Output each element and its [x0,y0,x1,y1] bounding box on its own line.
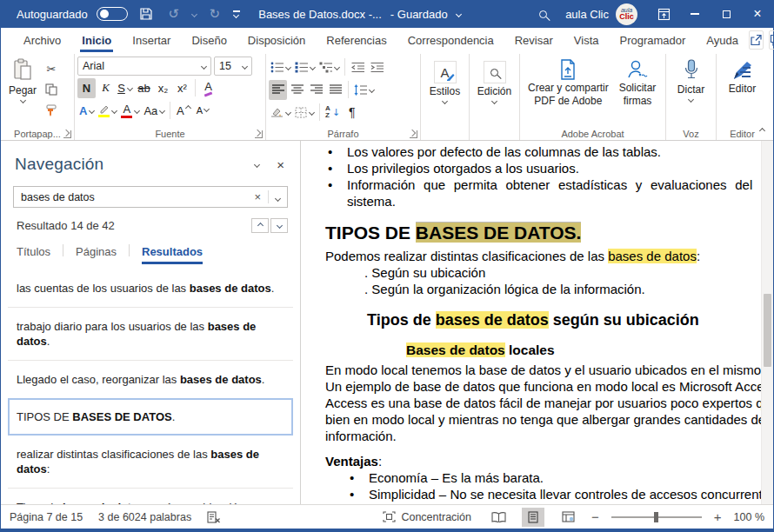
scrollbar-thumb[interactable] [764,294,771,367]
editing-button[interactable]: Edición [472,56,517,126]
tab-ayuda[interactable]: Ayuda [696,28,749,52]
dictate-button[interactable]: Dictar [669,56,713,126]
tab-insertar[interactable]: Insertar [122,28,181,52]
tab-correspondencia[interactable]: Correspondencia [397,28,504,52]
increase-indent-button[interactable] [368,57,386,77]
shading-button[interactable] [269,103,292,123]
bold-button[interactable]: N [77,78,96,98]
zoom-slider-thumb[interactable] [654,512,658,522]
search-result-item[interactable]: las cuentas de los usuarios de las bases… [8,269,293,307]
superscript-button[interactable]: x² [173,78,191,98]
justify-button[interactable] [326,80,344,100]
highlight-color-button[interactable] [97,101,118,121]
grow-font-button[interactable]: A [174,101,192,121]
clear-formatting-button[interactable]: A [199,78,217,98]
font-dialog-launcher[interactable] [255,130,263,138]
nav-tab-resultados[interactable]: Resultados [142,242,203,264]
close-button[interactable]: × [742,0,773,28]
web-layout-button[interactable] [557,508,579,527]
nav-tab-títulos[interactable]: Títulos [17,242,50,264]
pane-options-icon[interactable] [254,161,260,167]
focus-mode-button[interactable]: Concentración [383,511,471,523]
zoom-level[interactable]: 100 % [734,511,764,523]
font-name-combo[interactable]: Arial [77,57,211,76]
tab-diseño[interactable]: Diseño [181,28,237,52]
zoom-slider[interactable] [611,516,702,518]
share-button[interactable] [749,30,764,50]
pane-close-icon[interactable]: × [277,157,284,172]
zoom-out-button[interactable]: − [591,509,599,524]
search-result-item[interactable]: trabajo diario para los usuarios de las … [8,307,293,360]
avatar[interactable]: aula Clic [616,3,637,25]
paste-dropdown-icon[interactable] [19,97,25,103]
paragraph-dialog-launcher[interactable] [410,130,417,138]
next-result-button[interactable] [270,218,288,233]
zoom-in-button[interactable]: + [714,509,722,524]
nav-tab-páginas[interactable]: Páginas [76,242,117,264]
navigation-search-box[interactable]: bases de datos × [13,186,288,208]
align-center-button[interactable] [288,80,306,100]
tab-disposición[interactable]: Disposición [237,28,316,52]
ribbon-display-options-icon[interactable] [648,0,679,28]
saved-status[interactable]: - Guardado [390,8,448,21]
numbered-list-button[interactable] [293,57,317,77]
vertical-scrollbar[interactable] [761,141,773,504]
undo-icon[interactable]: ↺ [164,4,183,23]
read-mode-button[interactable] [487,508,510,527]
search-result-item[interactable]: Llegado el caso, reorganizar las bases d… [8,360,293,398]
font-size-combo[interactable]: 15 [214,57,252,76]
previous-result-button[interactable] [251,218,269,233]
minimize-button[interactable] [679,0,711,28]
decrease-indent-button[interactable] [349,57,367,77]
request-signatures-button[interactable]: Solicitar firmas [614,56,662,126]
comments-button[interactable] [769,30,774,50]
word-count-status[interactable]: 3 de 6024 palabras [98,511,191,523]
maximize-button[interactable] [711,0,742,28]
shrink-font-button[interactable]: A [193,101,211,121]
tab-referencias[interactable]: Referencias [316,28,397,52]
editor-button[interactable]: Editor [719,56,765,126]
tab-archivo[interactable]: Archivo [13,28,71,52]
show-paragraph-marks-button[interactable]: ¶ [343,103,361,123]
align-right-button[interactable] [307,80,325,100]
quick-access-toolbar-menu-icon[interactable] [233,10,240,17]
tab-vista[interactable]: Vista [564,28,610,52]
title-dropdown-icon[interactable] [456,10,462,17]
tab-inicio[interactable]: Inicio [71,28,122,52]
create-pdf-button[interactable]: Crear y compartir PDF de Adobe [523,56,614,126]
line-spacing-button[interactable] [352,80,376,100]
styles-button[interactable]: A Estilos [424,56,466,126]
tab-revisar[interactable]: Revisar [504,28,564,52]
cut-icon[interactable]: ✂ [42,59,61,78]
font-color-button[interactable]: A [119,101,141,121]
page-number-status[interactable]: Página 7 de 15 [10,511,83,523]
strikethrough-button[interactable]: ab [135,78,153,98]
align-left-button[interactable] [269,80,287,100]
sort-button[interactable]: AZ ↓ [324,103,342,123]
search-result-item-selected[interactable]: TIPOS DE BASES DE DATOS. [8,398,293,436]
paste-button[interactable]: Pegar [3,56,42,120]
document-area[interactable]: Los valores por defecto de las columnas … [301,141,773,504]
print-layout-button[interactable] [522,508,544,527]
multilevel-list-button[interactable] [317,57,341,77]
tab-programador[interactable]: Programador [609,28,696,52]
italic-button[interactable]: K [97,78,115,98]
clipboard-dialog-launcher[interactable] [63,130,71,138]
user-name[interactable]: aula Clic [565,8,609,21]
autosave-toggle[interactable] [97,7,128,21]
format-painter-icon[interactable] [42,101,61,120]
text-effects-button[interactable]: A [77,101,96,121]
borders-button[interactable] [293,103,316,123]
search-icon[interactable] [539,10,547,18]
redo-icon[interactable]: ↻ [205,4,224,23]
bullet-list-button[interactable] [269,57,292,77]
subscript-button[interactable]: x₂ [154,78,172,98]
search-options-icon[interactable] [269,191,287,203]
search-result-item[interactable]: Tipos de bases de datos según su ubicaci… [8,488,293,504]
save-icon[interactable] [137,4,156,23]
proofing-status-icon[interactable] [207,511,221,523]
change-case-button[interactable]: Aa [142,101,166,121]
search-result-item[interactable]: realizar distintas clasificaciones de la… [8,436,293,488]
copy-icon[interactable] [42,80,61,99]
undo-dropdown-icon[interactable] [191,10,197,17]
